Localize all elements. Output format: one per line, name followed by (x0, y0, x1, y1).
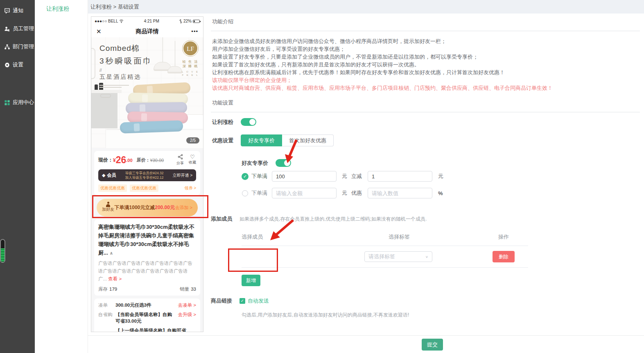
image-pill-decoration (100, 94, 111, 98)
towel-stack (126, 85, 191, 132)
product-title: 高密集珊瑚绒方毛巾30*30cm柔软吸水不掉毛厨房清洁擦手洗碗巾儿童手绢高密集珊… (98, 223, 196, 257)
user-icon (4, 26, 10, 32)
sidebar-item-label: 设置 (13, 61, 23, 68)
battery-icon (193, 20, 200, 23)
warning-text: 该优惠只对商城自营、供应商、租赁、应用市场、应用市场子平台、多门店项目核销、门店… (212, 84, 640, 92)
submenu-item-rebate[interactable]: 让利涨粉 (35, 0, 88, 13)
favorite-button[interactable]: ♡ 收藏 (189, 154, 196, 166)
chevron-down-icon: ∨ (425, 255, 428, 259)
sidebar-item-app-center[interactable]: 应用中心 (0, 93, 35, 112)
share-button[interactable]: 分享 (176, 154, 184, 166)
submit-button[interactable]: 提交 (422, 339, 443, 351)
caption-lines (99, 85, 153, 88)
person-icon (106, 204, 110, 207)
current-price-label: 现价： (98, 157, 113, 164)
add-friend-offer: 下单满1000元立减200.00元 (114, 204, 175, 211)
grid-icon (4, 100, 10, 106)
condition-row-2: 下单满 元 优惠 % (242, 188, 640, 198)
discount-percent-label: 优惠 (351, 189, 362, 197)
battery-widget (0, 239, 5, 263)
phone-nav-bar: ✕ 商品详情 ••• (91, 25, 203, 37)
phone-page-title: 商品详情 (113, 28, 182, 35)
rebate-toggle-row: 让利涨粉 (212, 118, 640, 126)
get-coupon-link[interactable]: 领券 > (184, 185, 196, 191)
order-over-label: 下单满 (251, 173, 267, 180)
tag-select[interactable]: 请选择标签 ∨ (364, 251, 432, 262)
brand-badge: LF 轻 生 活深 睡 眠 L O V EF E E L (182, 41, 199, 77)
col-select-member: 选择成员 (242, 233, 364, 241)
friend-price-toggle[interactable] (276, 159, 291, 167)
go-add-link[interactable]: 去添加 > (175, 205, 192, 211)
col-actions: 操作 (479, 233, 528, 241)
radio-checked-icon[interactable]: ✓ (242, 173, 249, 180)
sidebar-item-label: 部门管理 (13, 43, 34, 50)
coupon-row: 优惠优惠优惠 优惠优惠优惠 领券 > (98, 184, 196, 192)
delete-button[interactable]: 删除 (493, 251, 515, 262)
wifi-icon (119, 19, 124, 23)
friend-price-toggle-row: 好友专享价 (242, 159, 640, 167)
stock: 库存179 (98, 286, 117, 292)
promotions-card: 凑单 300.00元任选3件 去凑单 > 自省购 【当前会员等级名称】自购可省3… (94, 298, 200, 332)
current-price: 26 (116, 155, 127, 166)
tab-friend-price[interactable]: 好友专享价 (241, 134, 282, 146)
share-icon (178, 154, 183, 159)
content-area: ●●●○○ BELL 4:21 PM 22% ✕ 商品详情 ••• (88, 14, 644, 335)
member-banner[interactable]: ◆会员 等级三专享会员价¥24.32加入等级五专享价¥22.12 立即开通 > (98, 169, 196, 181)
condition-row-1: ✓ 下单满 元 立减 元 (242, 171, 640, 182)
phone-preview: ●●●○○ BELL 4:21 PM 22% ✕ 商品详情 ••• (91, 16, 203, 332)
member-prices: 等级三专享会员价¥24.32加入等级五专享价¥22.12 (116, 171, 172, 180)
add-button[interactable]: 新增 (242, 275, 260, 286)
amount-input-2[interactable] (272, 188, 337, 198)
chat-icon (4, 8, 10, 14)
amount-input[interactable] (272, 171, 337, 182)
bottle-decoration (95, 84, 98, 90)
carrier-signal: ●●●○○ BELL (95, 19, 118, 23)
image-headline: Combed棉 3秒瞬吸面巾 // 五星酒店精选 (99, 43, 153, 89)
phone-status-bar: ●●●○○ BELL 4:21 PM 22% (91, 17, 203, 25)
sidebar-item-label: 通知 (13, 7, 23, 14)
close-icon[interactable]: ✕ (96, 28, 113, 35)
heart-icon: ♡ (189, 154, 196, 160)
product-image: Combed棉 3秒瞬吸面巾 // 五星酒店精选 LF 轻 生 活深 睡 眠 L… (91, 37, 203, 148)
add-member-hint: 如果选择多个成员,存在会员直推上级的,优先使用上级二维码;如果没有的随机一个成员… (240, 215, 427, 223)
lamp-decoration (167, 66, 182, 73)
instant-reduce-label: 立减 (351, 173, 362, 180)
go-upgrade-link[interactable]: 去升级 > (178, 311, 196, 318)
original-price-label: 原价： (137, 157, 150, 163)
coupon-tag: 优惠优惠优惠 (130, 184, 158, 192)
rebate-label: 让利涨粉 (212, 118, 233, 126)
settings-panel: 功能介绍 未添加企业微信成员好友的微信用户访问微信公众号、微信小程序商品详情页时… (211, 14, 640, 319)
original-price: ¥30.00 (150, 158, 164, 163)
more-icon[interactable]: ••• (182, 28, 198, 34)
auto-send-checkbox[interactable]: ✓ (240, 298, 245, 304)
sidebar-item-settings[interactable]: 设置 (0, 56, 35, 74)
view-more-link[interactable]: 查看 > (108, 276, 122, 281)
sidebar-item-employees[interactable]: 员工管理 (0, 20, 35, 38)
percent-input[interactable] (368, 188, 432, 198)
diamond-icon: ◆ (102, 173, 105, 178)
config-section-title: 功能设置 (211, 95, 640, 112)
go-bundle-link[interactable]: 去凑单 > (178, 302, 196, 308)
promo-row-selfbuy: 自省购 【当前会员等级名称】自购可省33.00元 去升级 > (98, 311, 196, 324)
product-link-row: 商品链接 ✓ 自动发送 (211, 297, 640, 305)
secondary-sidebar: 让利涨粉 (35, 0, 88, 353)
sidebar-item-notifications[interactable]: 通知 (0, 2, 35, 20)
coupon-tag: 优惠优惠优惠 (98, 184, 127, 192)
member-open-link[interactable]: 立即开通 > (172, 173, 192, 178)
gear-icon (4, 62, 10, 68)
sidebar-item-label: 员工管理 (13, 25, 34, 32)
rebate-toggle[interactable] (241, 118, 256, 126)
add-friend-banner[interactable]: 加好友 下单满1000元立减200.00元 去添加 > (97, 199, 198, 216)
bluetooth-icon (179, 19, 182, 23)
reduce-input[interactable] (368, 171, 432, 182)
discount-tabs: 好友专享价 首次加好友优惠 (241, 134, 334, 146)
radio-unchecked-icon[interactable] (242, 190, 248, 196)
tab-first-add-discount[interactable]: 首次加好友优惠 (282, 134, 334, 146)
sidebar-item-departments[interactable]: 部门管理 (0, 38, 35, 56)
main-panel: 让利涨粉 > 基础设置 ●●●○○ BELL 4:21 PM 22% (88, 0, 644, 353)
product-info-card: 高密集珊瑚绒方毛巾30*30cm柔软吸水不掉毛厨房清洁擦手洗碗巾儿童手绢高密集珊… (94, 219, 200, 296)
collapse-icon[interactable]: ∧ (109, 251, 113, 255)
promo-row-bundle: 凑单 300.00元任选3件 去凑单 > (98, 302, 196, 308)
intro-section-title: 功能介绍 (211, 14, 640, 31)
sales: 销量33 (180, 286, 196, 292)
